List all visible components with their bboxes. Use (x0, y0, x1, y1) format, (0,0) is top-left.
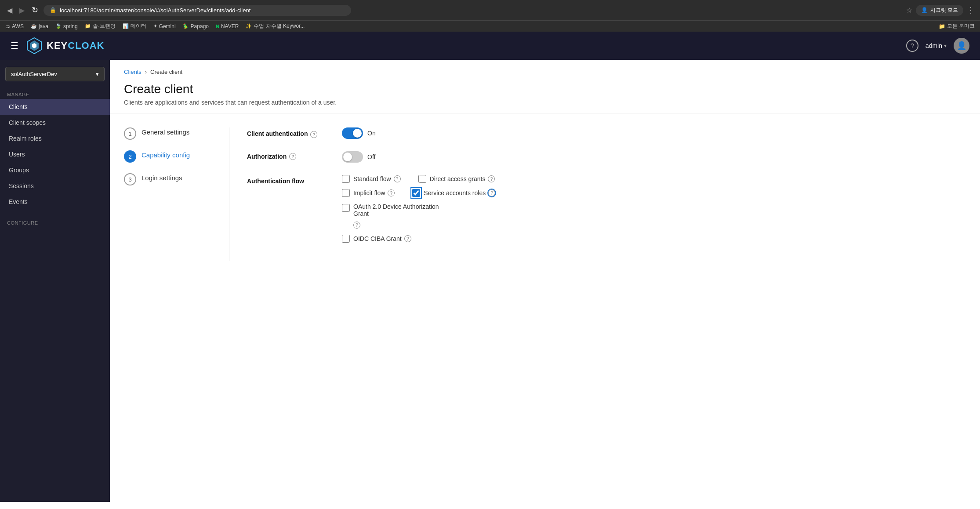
all-bookmarks[interactable]: 📁 모든 북마크 (939, 22, 975, 30)
standard-flow-label: Standard flow ? (353, 175, 401, 182)
auth-flow-label: Authentication flow (247, 175, 335, 185)
address-text: localhost:7180/admin/master/console/#/so… (60, 7, 250, 14)
bookmark-spring[interactable]: 🍃 spring (55, 23, 78, 29)
standard-flow-help-icon[interactable]: ? (394, 175, 401, 182)
direct-access-checkbox[interactable] (418, 175, 426, 183)
bookmark-papago[interactable]: 🦜 Papago (183, 23, 209, 29)
avatar-icon: 👤 (957, 41, 966, 51)
sidebar-item-clients[interactable]: Clients (0, 99, 110, 115)
bookmark-java[interactable]: ☕ java (31, 23, 48, 29)
papago-icon: 🦜 (183, 23, 189, 29)
bookmark-spring-label: spring (63, 23, 78, 29)
client-auth-state: On (367, 130, 376, 137)
authorization-toggle[interactable] (342, 151, 363, 163)
help-button[interactable]: ? (906, 40, 918, 52)
bookmark-java-label: java (39, 23, 48, 29)
direct-access-help-icon[interactable]: ? (488, 175, 495, 182)
oidc-ciba-checkbox[interactable] (342, 235, 350, 243)
bookmark-gemini[interactable]: ✦ Gemini (153, 23, 176, 29)
step-1[interactable]: 1 General settings (124, 127, 218, 140)
oauth-device-checkbox[interactable] (342, 204, 350, 212)
forward-button[interactable]: ▶ (18, 4, 26, 16)
back-button[interactable]: ◀ (5, 4, 14, 16)
client-auth-track (342, 127, 363, 139)
oidc-ciba-help-icon[interactable]: ? (404, 235, 411, 242)
page-header: Create client Clients are applications a… (110, 79, 980, 113)
authorization-toggle-wrapper: Off (342, 151, 375, 163)
sidebar-item-realm-roles[interactable]: Realm roles (0, 131, 110, 146)
bookmark-keywords[interactable]: ✨ 수업 차수별 Keywor... (246, 22, 305, 30)
config-panel: Client authentication ? (229, 127, 966, 261)
implicit-flow-checkbox[interactable] (342, 189, 350, 197)
auth-flow-checkboxes: Standard flow ? Direct access grants ? (335, 175, 495, 249)
client-auth-thumb (353, 129, 362, 138)
secret-mode-icon: 👤 (921, 7, 928, 13)
bookmark-sol-label: 솔-브랜딩 (93, 22, 116, 30)
standard-flow-item: Standard flow ? (342, 175, 401, 183)
authorization-help-icon[interactable]: ? (289, 153, 296, 160)
client-auth-toggle[interactable] (342, 127, 363, 139)
users-label: Users (9, 151, 25, 158)
step-3[interactable]: 3 Login settings (124, 173, 218, 185)
standard-flow-checkbox[interactable] (342, 175, 350, 183)
browser-menu-icon[interactable]: ⋮ (967, 5, 975, 15)
bookmark-data[interactable]: 📊 데이터 (123, 22, 146, 30)
direct-access-item: Direct access grants ? (418, 175, 495, 183)
auth-flow-row: Authentication flow Standard flow ? (247, 175, 966, 249)
sidebar-item-client-scopes[interactable]: Client scopes (0, 115, 110, 131)
step-3-number: 3 (124, 173, 136, 185)
sidebar-item-sessions[interactable]: Sessions (0, 178, 110, 194)
oauth-device-help-icon[interactable]: ? (353, 222, 360, 229)
oidc-ciba-item: OIDC CIBA Grant ? (342, 235, 411, 243)
bookmark-star-icon[interactable]: ☆ (906, 6, 912, 15)
secret-mode-label: 시크릿 모드 (930, 7, 958, 14)
browser-chrome: ◀ ▶ ↻ 🔒 localhost:7180/admin/master/cons… (0, 0, 980, 20)
service-accounts-roles-label: Service accounts roles ? (424, 189, 495, 196)
hamburger-icon[interactable]: ☰ (11, 40, 18, 51)
service-accounts-roles-checkbox[interactable] (412, 189, 420, 197)
auth-flow-row-4: OIDC CIBA Grant ? (342, 235, 495, 243)
client-auth-row: Client authentication ? (247, 127, 966, 139)
authorization-row: Authorization ? Off (247, 151, 966, 163)
keycloak-logo-icon (25, 37, 43, 55)
sessions-label: Sessions (9, 182, 34, 189)
sidebar-item-events[interactable]: Events (0, 194, 110, 210)
app-body: solAuthServerDev ▾ Manage Clients Client… (0, 60, 980, 502)
keycloak-logo: KEYCLOAK (25, 37, 104, 55)
configure-section-label: Configure (0, 217, 110, 227)
sidebar-item-groups[interactable]: Groups (0, 162, 110, 178)
secret-mode-button[interactable]: 👤 시크릿 모드 (916, 5, 963, 16)
oidc-ciba-label: OIDC CIBA Grant ? (353, 235, 411, 242)
all-bookmarks-label: 모든 북마크 (947, 22, 975, 30)
address-bar[interactable]: 🔒 localhost:7180/admin/master/console/#/… (44, 5, 351, 16)
events-label: Events (9, 198, 28, 205)
step-2-number: 2 (124, 150, 136, 163)
folder-all-icon: 📁 (939, 23, 945, 29)
implicit-flow-help-icon[interactable]: ? (388, 189, 395, 196)
admin-label: admin (926, 42, 942, 49)
sidebar-item-users[interactable]: Users (0, 146, 110, 162)
page-title: Create client (124, 82, 966, 96)
admin-dropdown[interactable]: admin ▾ (926, 42, 947, 49)
authorization-track (342, 151, 363, 163)
client-auth-help-icon[interactable]: ? (310, 131, 317, 138)
authorization-control: Off (342, 151, 375, 163)
step-2[interactable]: 2 Capability config (124, 150, 218, 163)
bookmark-aws[interactable]: 🗂 AWS (5, 23, 24, 29)
service-accounts-item: Service accounts roles ? (412, 189, 495, 197)
breadcrumb-separator: › (145, 69, 147, 75)
java-icon: ☕ (31, 23, 37, 29)
client-scopes-label: Client scopes (9, 119, 46, 126)
service-accounts-roles-help-icon[interactable]: ? (488, 189, 495, 196)
bookmark-naver-label: NAVER (221, 23, 239, 29)
realm-selector[interactable]: solAuthServerDev ▾ (5, 67, 105, 81)
direct-access-label: Direct access grants ? (430, 175, 495, 182)
breadcrumb-clients-link[interactable]: Clients (124, 69, 142, 75)
folder-icon: 📁 (85, 23, 91, 29)
bookmark-sol-branding[interactable]: 📁 솔-브랜딩 (85, 22, 116, 30)
bookmark-naver[interactable]: N NAVER (216, 23, 239, 29)
avatar[interactable]: 👤 (954, 38, 969, 54)
reload-button[interactable]: ↻ (30, 4, 40, 17)
step-1-label: General settings (142, 127, 189, 136)
bookmark-aws-label: AWS (12, 23, 24, 29)
